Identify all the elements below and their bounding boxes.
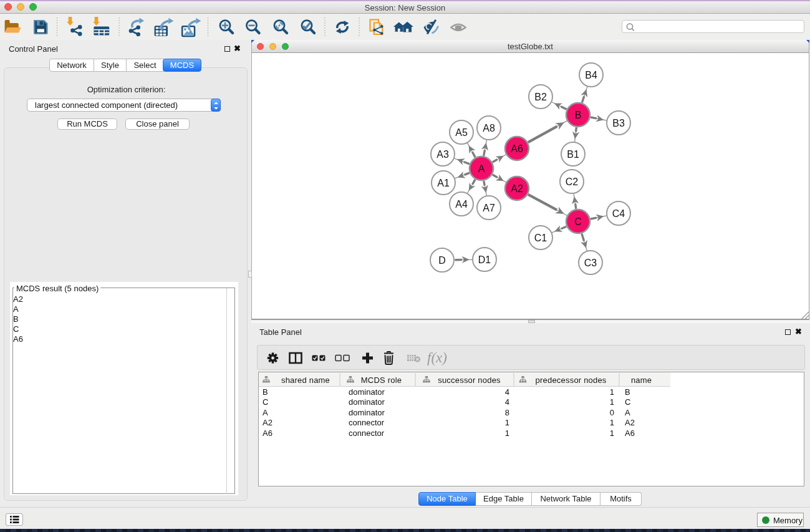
svg-text:A4: A4 — [455, 199, 468, 210]
svg-text:A7: A7 — [483, 203, 495, 213]
svg-text:C3: C3 — [584, 258, 597, 268]
svg-text:A6: A6 — [511, 143, 523, 154]
svg-text:A3: A3 — [436, 149, 449, 160]
svg-text:B: B — [575, 110, 582, 120]
svg-text:A5: A5 — [455, 127, 468, 138]
svg-text:A1: A1 — [437, 178, 450, 188]
svg-text:D: D — [438, 255, 446, 266]
svg-text:C2: C2 — [566, 177, 579, 187]
svg-text:f(x): f(x) — [427, 350, 447, 365]
svg-text:B3: B3 — [612, 118, 625, 128]
svg-text:C1: C1 — [534, 233, 547, 243]
svg-text:B1: B1 — [567, 149, 579, 160]
svg-text:B2: B2 — [534, 92, 547, 102]
svg-text:A2: A2 — [511, 183, 523, 194]
svg-text:A: A — [478, 163, 485, 174]
svg-text:B4: B4 — [585, 70, 597, 80]
svg-text:D1: D1 — [478, 254, 491, 265]
svg-text:A8: A8 — [483, 123, 495, 133]
svg-text:C4: C4 — [612, 208, 625, 219]
svg-text:C: C — [574, 216, 582, 227]
